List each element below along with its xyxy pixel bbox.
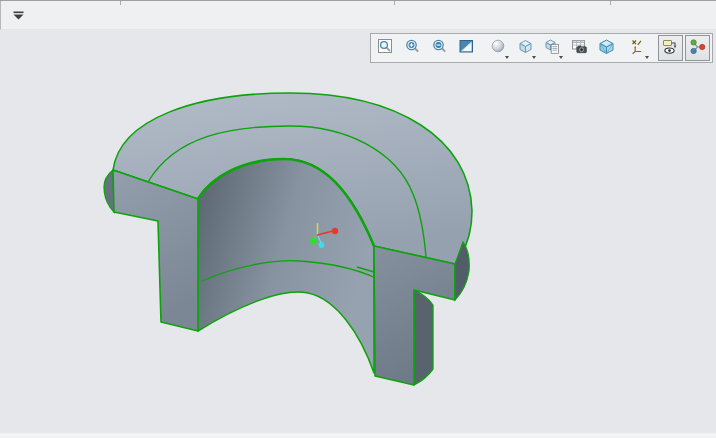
ribbon-group-separator: [394, 1, 395, 5]
section-face-left[interactable]: [113, 170, 198, 331]
collapsed-ribbon-bar: [0, 1, 716, 30]
window-bottom-edge: [0, 433, 716, 438]
ribbon-collapse-button[interactable]: [6, 7, 30, 24]
collapse-ribbon-chevron-icon: [13, 8, 24, 23]
graphics-area[interactable]: [0, 30, 716, 434]
spin-center-red-ball: [332, 228, 338, 234]
model-3d-view[interactable]: [0, 30, 716, 434]
ribbon-group-separator: [610, 1, 611, 5]
hub-outer-right-face[interactable]: [414, 290, 433, 385]
application-window: [0, 0, 716, 438]
section-face-right[interactable]: [374, 246, 455, 385]
spin-center-green-ball: [310, 238, 317, 245]
ribbon-group-separator: [120, 1, 121, 5]
spin-center-cyan-ball: [319, 242, 325, 248]
